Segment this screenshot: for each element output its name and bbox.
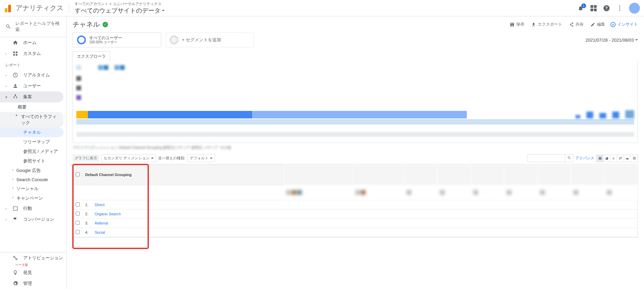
save-button[interactable]: 保存: [508, 20, 526, 29]
segment-all-users[interactable]: すべてのユーザー 100.00% ユーザー: [73, 32, 161, 47]
sidebar-item-conversion[interactable]: › コンバージョン: [0, 214, 66, 225]
sidebar-item-label: ホーム: [23, 40, 36, 46]
svg-rect-0: [13, 52, 15, 53]
home-icon: [12, 40, 18, 46]
view-table-icon[interactable]: ▦: [597, 155, 603, 162]
sidebar-sub-search-console[interactable]: Search Console: [0, 175, 66, 184]
sidebar-subsub-channel[interactable]: チャネル: [0, 128, 63, 137]
column-header-metric[interactable]: [471, 164, 504, 185]
table-search-button[interactable]: [565, 155, 573, 162]
sidebar-item-home[interactable]: ホーム: [0, 37, 66, 48]
column-header-metric[interactable]: [504, 164, 537, 185]
help-icon[interactable]: ?: [603, 5, 610, 12]
data-table: Default Channel Grouping: [73, 164, 638, 237]
view-pivot-icon[interactable]: ⊞: [631, 155, 638, 162]
column-header-metric[interactable]: [437, 164, 471, 185]
sidebar-item-behavior[interactable]: › 行動: [0, 203, 66, 214]
sidebar-item-acquisition[interactable]: ▾ 集客: [0, 91, 63, 102]
account-selector[interactable]: すべてのアカウント > ユニバーサルアナリティクス すべてのウェブサイトのデータ: [75, 1, 165, 14]
header-actions: 1 ?: [577, 3, 640, 14]
edit-button[interactable]: 編集: [588, 20, 607, 29]
sidebar-search[interactable]: レポートとヘルプを検索: [0, 16, 66, 37]
channel-link[interactable]: Referral: [95, 221, 108, 225]
column-header-metric[interactable]: [604, 164, 638, 185]
chevron-down-icon: [162, 10, 165, 11]
row-checkbox[interactable]: [76, 221, 80, 225]
app-header: アナリティクス すべてのアカウント > ユニバーサルアナリティクス すべてのウェ…: [0, 0, 644, 16]
select-all-checkbox[interactable]: [76, 172, 80, 176]
sidebar-subsub-referrals[interactable]: 参照サイト: [0, 156, 66, 166]
channel-link[interactable]: Social: [95, 230, 105, 234]
product-logo[interactable]: アナリティクス: [5, 3, 63, 13]
sidebar-subsub-source-medium[interactable]: 参照元 / メディア: [0, 147, 66, 156]
sidebar-item-discover[interactable]: 発見: [0, 267, 66, 278]
share-button[interactable]: 共有: [567, 20, 586, 29]
sidebar-subsub-treemap[interactable]: ツリーマップ: [0, 137, 66, 147]
view-percentage-icon[interactable]: ◕: [603, 155, 610, 162]
row-checkbox[interactable]: [76, 212, 80, 216]
svg-rect-2: [13, 54, 15, 56]
sidebar-item-realtime[interactable]: › リアルタイム: [0, 70, 66, 81]
svg-rect-1: [16, 52, 17, 53]
main-content: チャネル ✓ 保存 エクスポート 共有 編集 インサイト すべてのユーザー 10…: [66, 16, 644, 289]
sidebar-item-custom[interactable]: › カスタム: [0, 48, 66, 59]
table-search-input[interactable]: [527, 155, 565, 161]
analytics-logo-icon: [5, 4, 13, 12]
column-header-metric[interactable]: [571, 164, 604, 185]
view-term-cloud-icon[interactable]: ☁: [624, 155, 631, 162]
table-controls: グラフに表示 セカンダリ ディメンション 並べ替えの種類: デフォルト アドバン…: [73, 152, 638, 164]
sidebar-item-label: 行動: [23, 205, 32, 212]
column-header-metric[interactable]: [353, 164, 404, 185]
export-button[interactable]: エクスポート: [529, 20, 564, 29]
insight-button[interactable]: インサイト: [610, 21, 638, 28]
notifications-icon[interactable]: 1: [577, 5, 584, 12]
breadcrumb: すべてのアカウント > ユニバーサルアナリティクス: [75, 1, 165, 6]
tab-explorer[interactable]: エクスプローラ: [73, 51, 110, 61]
svg-rect-3: [16, 54, 17, 56]
beta-label: ベータ版: [16, 263, 66, 267]
sidebar-section-reports: レポート: [0, 59, 66, 70]
avatar[interactable]: [629, 3, 640, 14]
verified-badge-icon: ✓: [103, 22, 108, 27]
sidebar-item-attribution[interactable]: アトリビューション: [0, 252, 66, 263]
sidebar-sub-social[interactable]: ソーシャル: [0, 184, 66, 193]
clock-icon: [12, 72, 18, 78]
view-performance-icon[interactable]: ≡: [610, 155, 617, 162]
search-icon: [567, 156, 571, 160]
sidebar-item-user[interactable]: › ユーザー: [0, 81, 66, 91]
search-icon: [5, 24, 11, 30]
sidebar-item-label: コンバージョン: [23, 216, 54, 222]
more-icon[interactable]: [616, 5, 623, 12]
channel-link[interactable]: Organic Search: [95, 212, 121, 216]
product-name: アナリティクス: [16, 3, 63, 13]
custom-icon: [12, 50, 18, 57]
column-header-metric[interactable]: [283, 164, 353, 185]
view-comparison-icon[interactable]: ⇄: [617, 155, 624, 162]
row-index: 3.: [82, 218, 92, 228]
date-range-picker[interactable]: 2021/07/28 - 2021/08/03: [585, 38, 638, 43]
view-title: すべてのウェブサイトのデータ: [75, 6, 160, 15]
sidebar-sub-all-traffic[interactable]: すべてのトラフィック: [0, 112, 63, 128]
sort-type-select[interactable]: デフォルト: [187, 154, 215, 162]
apps-grid-icon[interactable]: [590, 5, 597, 12]
sort-label: 並べ替えの種類:: [158, 156, 185, 161]
sidebar-item-label: アトリビューション: [23, 255, 63, 261]
notification-count: 1: [581, 3, 586, 8]
row-checkbox[interactable]: [76, 202, 80, 206]
channel-link[interactable]: Direct: [95, 203, 105, 207]
svg-point-8: [611, 22, 615, 27]
column-header-dimension[interactable]: Default Channel Grouping: [82, 164, 283, 185]
insight-icon: [610, 21, 616, 28]
sidebar-sub-campaigns[interactable]: キャンペーン: [0, 193, 66, 203]
row-checkbox[interactable]: [76, 230, 80, 234]
advanced-link[interactable]: アドバンス: [576, 156, 594, 161]
sidebar-sub-overview[interactable]: 概要: [0, 102, 66, 112]
column-header-metric[interactable]: [537, 164, 571, 185]
add-segment-button[interactable]: + セグメントを追加: [165, 32, 254, 47]
table-row: 1. Direct: [73, 200, 638, 209]
plot-rows-button[interactable]: グラフに表示: [73, 155, 99, 162]
sidebar-item-admin[interactable]: 管理: [0, 278, 66, 289]
column-header-metric[interactable]: [404, 164, 437, 185]
sidebar-sub-google-ads[interactable]: Google 広告: [0, 166, 66, 175]
secondary-dimension-button[interactable]: セカンダリ ディメンション: [101, 154, 156, 162]
